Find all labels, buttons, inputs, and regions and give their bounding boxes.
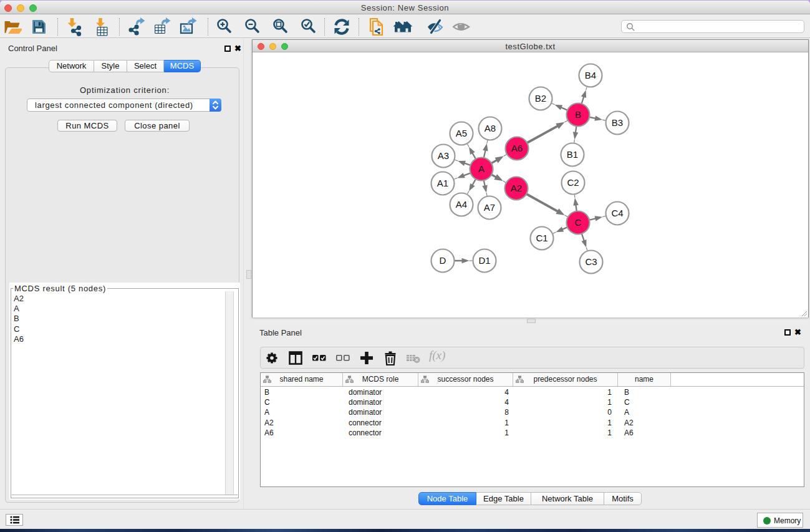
- svg-text:B1: B1: [567, 149, 578, 160]
- svg-text:B: B: [575, 109, 581, 120]
- svg-text:A7: A7: [484, 202, 495, 213]
- svg-text:A5: A5: [456, 128, 467, 138]
- svg-text:C2: C2: [567, 177, 579, 188]
- svg-text:C: C: [575, 217, 582, 228]
- svg-text:A1: A1: [437, 178, 448, 188]
- svg-text:C3: C3: [585, 256, 597, 267]
- svg-text:A3: A3: [438, 150, 449, 161]
- svg-text:A2: A2: [511, 183, 522, 193]
- svg-text:A6: A6: [511, 143, 523, 153]
- svg-text:A8: A8: [485, 123, 496, 133]
- svg-text:D1: D1: [478, 255, 490, 266]
- svg-text:B4: B4: [585, 70, 596, 80]
- svg-text:B3: B3: [612, 117, 623, 128]
- svg-text:A: A: [478, 163, 485, 174]
- svg-text:D: D: [440, 255, 446, 266]
- svg-text:C1: C1: [536, 233, 547, 243]
- svg-text:A4: A4: [456, 199, 467, 210]
- svg-text:C4: C4: [611, 208, 623, 218]
- svg-text:B2: B2: [535, 93, 546, 104]
